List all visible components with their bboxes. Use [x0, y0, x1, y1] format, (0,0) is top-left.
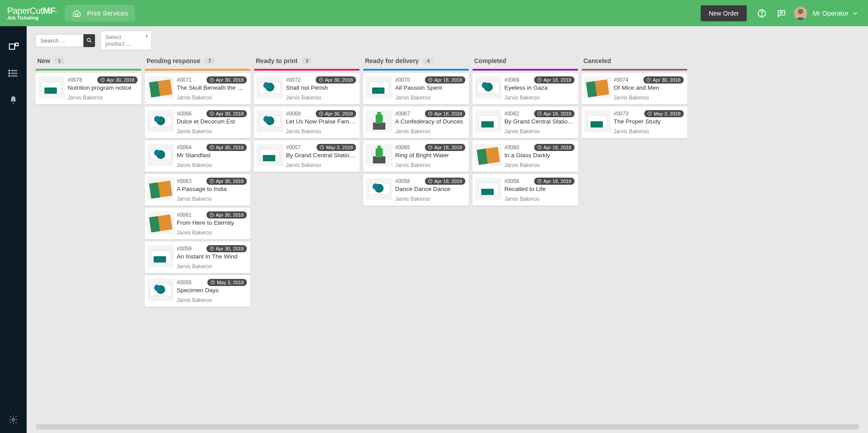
card-title: In a Glass Darkly — [504, 152, 575, 159]
card-thumbnail — [257, 76, 283, 99]
ticket-card[interactable]: #0058 Apr 18, 2018 Dance Dance Dance Jar… — [363, 174, 469, 206]
chat-icon[interactable] — [772, 4, 791, 23]
card-thumbnail — [147, 211, 174, 234]
help-icon[interactable] — [752, 4, 772, 23]
nav-alerts-icon[interactable] — [0, 87, 27, 113]
card-author: Jarvis Bakeroo — [177, 128, 247, 135]
ticket-card[interactable]: #0061 Apr 30, 2018 From Here to Eternity… — [145, 208, 250, 239]
ticket-card[interactable]: #0065 Apr 18, 2018 Ring of Bright Water … — [363, 140, 469, 172]
ticket-card[interactable]: #0064 Apr 30, 2018 Mr Standfast Jarvis B… — [145, 140, 250, 172]
ticket-card[interactable]: #0066 Apr 30, 2018 Dulce et Decorum Est … — [145, 107, 250, 138]
ticket-card[interactable]: #0068 Apr 30, 2018 Let Us Now Praise Fam… — [254, 107, 360, 138]
column-header: Ready for delivery4 — [363, 55, 469, 69]
card-date: Apr 30, 2018 — [216, 145, 244, 150]
header: PaperCutMF□ Job Ticketing Print Services… — [0, 0, 868, 26]
ticket-card[interactable]: #0059 Apr 30, 2018 An Instant In The Win… — [145, 242, 250, 273]
ticket-card[interactable]: #0071 Apr 30, 2018 The Skull Beneath the… — [145, 73, 250, 104]
card-date-tag: Apr 30, 2018 — [643, 76, 684, 83]
card-author: Jarvis Bakeroo — [177, 263, 247, 270]
column: Ready to print3 #0072 Apr 30, 2018 Shall… — [254, 55, 360, 419]
card-body: #0068 Apr 30, 2018 Let Us Now Praise Fam… — [286, 110, 356, 135]
card-title: Let Us Now Praise Famous ... — [286, 118, 356, 125]
card-id: #0071 — [177, 77, 191, 83]
card-thumbnail — [257, 144, 283, 166]
column-title: Completed — [474, 57, 506, 64]
column: Completed #0069 Apr 18, 2018 Eyeless in … — [472, 55, 578, 419]
ticket-card[interactable]: #0057 May 3, 2018 By Grand Central Stati… — [254, 140, 360, 172]
card-id: #0058 — [395, 178, 410, 184]
card-id: #0069 — [504, 77, 519, 83]
svg-rect-14 — [9, 44, 15, 49]
column: Pending response7 #0071 Apr 30, 2018 The… — [145, 55, 250, 419]
card-id: #0072 — [286, 77, 301, 83]
card-title: Recalled to Life — [504, 186, 575, 192]
card-author: Jarvis Bakeroo — [395, 128, 465, 135]
card-date-tag: May 3, 2018 — [317, 144, 356, 151]
card-date-tag: Apr 18, 2018 — [534, 110, 575, 117]
ticket-card[interactable]: #0055 May 3, 2018 Specimen Days Jarvis B… — [145, 275, 250, 307]
search — [36, 34, 95, 47]
card-thumbnail — [366, 110, 392, 132]
card-date: Apr 30, 2018 — [216, 179, 244, 184]
card-author: Jarvis Bakeroo — [504, 162, 575, 168]
svg-point-20 — [87, 38, 90, 41]
ticket-card[interactable]: #0063 Apr 30, 2018 A Passage to India Ja… — [145, 174, 250, 206]
svg-point-13 — [798, 9, 803, 14]
card-id: #0067 — [395, 111, 410, 117]
column-header: New1 — [36, 55, 141, 69]
card-thumbnail — [147, 144, 174, 166]
search-icon — [86, 37, 92, 44]
print-services-tab[interactable]: Print Services — [65, 5, 135, 22]
search-input[interactable] — [36, 34, 83, 47]
column: New1 #0078 Apr 30, 2018 Nutrition progra… — [36, 55, 141, 419]
card-title: Shall not Perish — [286, 84, 356, 91]
card-id: #0055 — [177, 279, 191, 286]
card-id: #0070 — [395, 77, 410, 83]
ticket-card[interactable]: #0060 Apr 18, 2018 In a Glass Darkly Jar… — [472, 140, 578, 172]
card-body: #0069 Apr 18, 2018 Eyeless in Gaza Jarvi… — [504, 76, 575, 101]
new-order-button[interactable]: New Order — [701, 5, 747, 21]
ticket-card[interactable]: #0062 Apr 18, 2018 By Grand Central Stat… — [472, 107, 578, 138]
ticket-card[interactable]: #0056 Apr 18, 2018 Recalled to Life Jarv… — [472, 174, 578, 206]
column-header: Completed — [472, 55, 578, 69]
column-drop: #0071 Apr 30, 2018 The Skull Beneath the… — [145, 71, 250, 419]
card-author: Jarvis Bakeroo — [614, 128, 684, 135]
nav-settings-icon[interactable] — [0, 406, 27, 433]
card-date: May 3, 2018 — [217, 280, 244, 285]
user-avatar[interactable] — [794, 7, 807, 20]
ticket-card[interactable]: #0078 Apr 30, 2018 Nutrition program not… — [36, 73, 141, 104]
card-id: #0065 — [395, 144, 410, 151]
nav-list-icon[interactable] — [0, 60, 27, 87]
card-id: #0066 — [177, 111, 191, 117]
nav-board-icon[interactable] — [0, 33, 27, 60]
card-author: Jarvis Bakeroo — [504, 95, 575, 101]
ticket-card[interactable]: #0069 Apr 18, 2018 Eyeless in Gaza Jarvi… — [472, 73, 578, 104]
card-body: #0071 Apr 30, 2018 The Skull Beneath the… — [177, 76, 247, 101]
search-button[interactable] — [83, 34, 95, 47]
card-thumbnail — [475, 178, 502, 200]
card-body: #0074 Apr 30, 2018 Of Mice and Men Jarvi… — [614, 76, 684, 101]
ticket-card[interactable]: #0070 Apr 18, 2018 All Passion Spent Jar… — [363, 73, 469, 104]
card-body: #0059 Apr 30, 2018 An Instant In The Win… — [177, 245, 247, 270]
card-date: Apr 30, 2018 — [216, 77, 244, 83]
user-menu[interactable]: Mr Operator — [807, 9, 861, 17]
select-product-dropdown[interactable]: Select product ... — [100, 31, 152, 50]
card-author: Jarvis Bakeroo — [177, 95, 247, 101]
card-date-tag: Apr 18, 2018 — [425, 110, 465, 117]
kanban-board: New1 #0078 Apr 30, 2018 Nutrition progra… — [27, 55, 868, 422]
column-count-badge: 4 — [423, 58, 433, 64]
card-body: #0062 Apr 18, 2018 By Grand Central Stat… — [504, 110, 575, 135]
card-author: Jarvis Bakeroo — [614, 95, 684, 101]
card-title: Dulce et Decorum Est — [177, 118, 247, 125]
card-id: #0057 — [286, 144, 301, 151]
card-date: Apr 30, 2018 — [107, 77, 135, 83]
card-thumbnail — [584, 76, 611, 99]
card-thumbnail — [147, 178, 174, 200]
ticket-card[interactable]: #0072 Apr 30, 2018 Shall not Perish Jarv… — [254, 73, 360, 104]
ticket-card[interactable]: #0067 Apr 18, 2018 A Confederacy of Dunc… — [363, 107, 469, 138]
card-id: #0073 — [614, 111, 628, 117]
card-id: #0078 — [67, 77, 82, 83]
horizontal-scrollbar[interactable] — [36, 424, 859, 429]
ticket-card[interactable]: #0074 Apr 30, 2018 Of Mice and Men Jarvi… — [582, 73, 687, 104]
ticket-card[interactable]: #0073 May 3, 2018 The Proper Study Jarvi… — [582, 107, 687, 138]
